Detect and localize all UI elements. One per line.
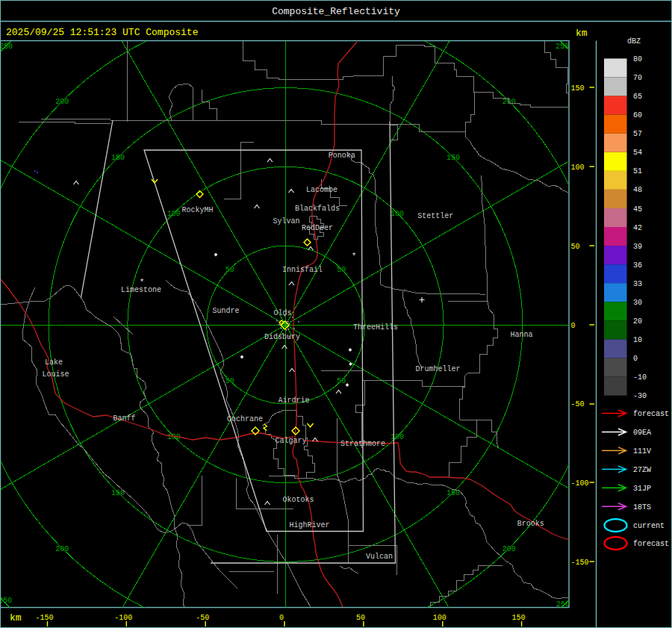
- svg-text:50: 50: [337, 377, 346, 385]
- svg-text:Innisfail: Innisfail: [282, 266, 323, 274]
- svg-text:100: 100: [167, 433, 181, 441]
- svg-text:39: 39: [633, 243, 642, 251]
- svg-text:50: 50: [337, 266, 346, 274]
- svg-text:100: 100: [433, 614, 447, 622]
- svg-text:Lake: Lake: [45, 358, 63, 367]
- svg-text:10: 10: [633, 336, 642, 344]
- svg-text:45: 45: [633, 205, 642, 214]
- svg-text:150: 150: [512, 614, 526, 622]
- svg-text:250: 250: [0, 597, 12, 605]
- svg-text:Drumheller: Drumheller: [416, 365, 461, 373]
- svg-text:200: 200: [55, 545, 69, 553]
- svg-text:Didsbury: Didsbury: [264, 333, 300, 341]
- svg-text:250: 250: [556, 43, 569, 51]
- svg-text:18TS: 18TS: [633, 503, 651, 512]
- svg-text:forecast: forecast: [633, 540, 669, 548]
- svg-text:*: *: [352, 252, 357, 261]
- svg-text:50: 50: [571, 243, 580, 251]
- svg-text:50: 50: [356, 614, 365, 622]
- svg-text:Cochrane: Cochrane: [227, 415, 263, 423]
- svg-text:100: 100: [391, 210, 404, 218]
- svg-text:200: 200: [55, 98, 69, 106]
- svg-text:250: 250: [556, 600, 570, 609]
- svg-text:57: 57: [633, 130, 642, 138]
- svg-text:dBZ: dBZ: [627, 37, 641, 46]
- svg-text:150: 150: [447, 154, 460, 162]
- svg-text:-100: -100: [571, 479, 589, 488]
- svg-text:Sundre: Sundre: [212, 307, 239, 315]
- svg-text:RedDeer: RedDeer: [302, 224, 333, 232]
- svg-text:100: 100: [167, 210, 181, 218]
- svg-text:*: *: [140, 278, 145, 287]
- svg-text:Hanna: Hanna: [511, 331, 533, 339]
- svg-text:36: 36: [633, 261, 642, 270]
- svg-text:-150: -150: [35, 614, 53, 622]
- svg-text:Lacombe: Lacombe: [306, 186, 337, 194]
- svg-text:48: 48: [633, 186, 642, 194]
- svg-text:2025/09/25 12:51:23 UTC Compos: 2025/09/25 12:51:23 UTC Composite: [6, 27, 198, 38]
- svg-text:20: 20: [633, 317, 642, 326]
- svg-text:Okotoks: Okotoks: [282, 496, 314, 504]
- svg-text:-50: -50: [571, 400, 585, 408]
- svg-text:-150: -150: [571, 559, 589, 567]
- svg-text:0: 0: [633, 355, 638, 363]
- svg-text:Olds: Olds: [274, 309, 292, 317]
- svg-text:Ponoka: Ponoka: [329, 152, 355, 160]
- svg-text:50: 50: [225, 377, 234, 385]
- svg-text:100: 100: [571, 164, 585, 172]
- svg-text:Composite_Reflectivity: Composite_Reflectivity: [272, 6, 400, 17]
- svg-text:150: 150: [571, 84, 585, 93]
- svg-text:50: 50: [225, 266, 234, 274]
- svg-text:0: 0: [571, 322, 576, 330]
- svg-text:Strathmore: Strathmore: [340, 440, 385, 448]
- svg-text:150: 150: [111, 154, 125, 162]
- svg-text:Calgary: Calgary: [276, 437, 307, 445]
- svg-text:60: 60: [633, 111, 642, 119]
- svg-text:Vulcan: Vulcan: [366, 553, 393, 561]
- svg-text:RockyMH: RockyMH: [182, 206, 214, 214]
- svg-text:Banff: Banff: [113, 414, 136, 423]
- svg-text:current: current: [633, 522, 665, 530]
- svg-text:0: 0: [279, 614, 284, 622]
- svg-text:200: 200: [503, 545, 516, 553]
- svg-text:km: km: [576, 28, 588, 39]
- svg-text:111V: 111V: [633, 447, 651, 456]
- svg-text:100: 100: [391, 433, 404, 441]
- svg-text:-50: -50: [196, 614, 209, 622]
- svg-text:-10: -10: [633, 373, 647, 382]
- svg-text:200: 200: [503, 98, 516, 106]
- svg-text:30: 30: [633, 299, 642, 307]
- svg-text:51: 51: [633, 167, 642, 175]
- svg-text:ThreeHills: ThreeHills: [353, 323, 398, 332]
- svg-text:Louise: Louise: [43, 370, 69, 379]
- svg-text:-100: -100: [114, 614, 132, 622]
- svg-text:09EA: 09EA: [633, 429, 651, 437]
- svg-text:42: 42: [633, 224, 642, 232]
- svg-text:Sylvan: Sylvan: [273, 217, 300, 226]
- svg-text:65: 65: [633, 93, 642, 101]
- svg-text:54: 54: [633, 149, 642, 157]
- svg-text:33: 33: [633, 280, 642, 288]
- svg-text:km: km: [10, 612, 22, 624]
- svg-text:Brooks: Brooks: [517, 520, 544, 528]
- svg-text:-30: -30: [633, 392, 647, 400]
- svg-text:250: 250: [0, 43, 13, 51]
- svg-text:70: 70: [633, 74, 642, 82]
- svg-text:forecast: forecast: [633, 410, 669, 418]
- svg-text:Limestone: Limestone: [121, 286, 161, 294]
- svg-text:Stettler: Stettler: [417, 212, 453, 220]
- svg-text:HighRiver: HighRiver: [290, 521, 330, 529]
- svg-text:Blackfalds: Blackfalds: [295, 205, 340, 213]
- svg-text:80: 80: [633, 55, 642, 63]
- svg-text:Airdrie: Airdrie: [279, 397, 310, 405]
- svg-text:31JP: 31JP: [633, 485, 651, 493]
- svg-text:27ZW: 27ZW: [633, 466, 651, 474]
